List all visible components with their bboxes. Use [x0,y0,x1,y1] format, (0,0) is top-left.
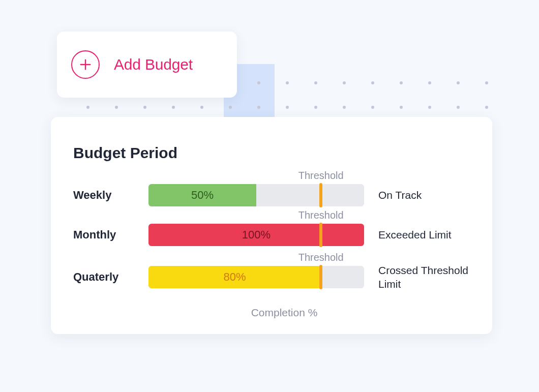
plus-icon [71,50,100,79]
budget-row: WeeklyThreshold50%On Track [73,184,470,206]
bar-track: 50% [148,184,364,206]
bar-track: 80% [148,266,364,288]
threshold-marker [319,183,322,207]
row-period-label: Weekly [73,189,139,202]
card-title: Budget Period [73,144,470,162]
row-period-label: Quaterly [73,270,139,284]
threshold-marker [319,265,322,289]
progress-bar: Threshold100% [148,224,364,246]
threshold-label: Threshold [298,252,344,263]
threshold-label: Threshold [298,209,344,221]
budget-period-card: Budget Period WeeklyThreshold50%On Track… [51,117,492,334]
bar-fill: 50% [148,184,256,206]
progress-bar: Threshold50% [148,184,364,206]
row-period-label: Monthly [73,228,139,242]
completion-axis-label: Completion % [99,307,470,319]
progress-bar: Threshold80% [148,266,364,288]
add-budget-button[interactable]: Add Budget [57,32,237,98]
row-status: Exceeded Limit [373,228,470,242]
budget-row: QuaterlyThreshold80%Crossed Threshold Li… [73,263,470,291]
bar-fill: 80% [148,266,321,288]
bar-track: 100% [148,224,364,246]
add-budget-label: Add Budget [114,56,193,73]
threshold-label: Threshold [298,170,344,182]
row-status: Crossed Threshold Limit [373,263,470,291]
bar-fill: 100% [148,224,364,246]
row-status: On Track [373,188,470,202]
budget-row: MonthlyThreshold100%Exceeded Limit [73,224,470,246]
threshold-marker [319,223,322,247]
